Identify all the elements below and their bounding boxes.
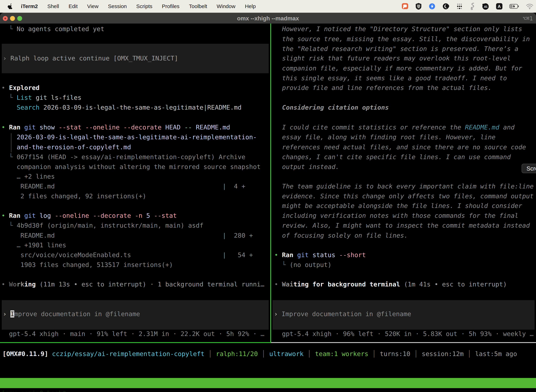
crescent-app-icon[interactable]: [442, 3, 450, 10]
blue-badge-icon[interactable]: [428, 3, 436, 10]
shield-grid-icon[interactable]: [415, 3, 422, 10]
menu-item-toolbelt[interactable]: Toolbelt: [184, 3, 212, 9]
omx-status-bar-line: [OMX#0.11.9] cczip/essay/ai-reimplementa…: [2, 349, 517, 359]
menu-item-scripts[interactable]: Scripts: [132, 3, 157, 9]
menu-status-icons: .61 A: [401, 0, 534, 13]
svg-text:.61: .61: [483, 5, 488, 8]
tmux-session-label: [omx-cczip0:bash*: [1, 388, 66, 392]
battery-icon[interactable]: [509, 4, 519, 9]
hook-utility-icon[interactable]: [469, 2, 475, 10]
keyboard-a-icon[interactable]: A: [496, 3, 503, 10]
menu-item-iterm2[interactable]: iTerm2: [16, 3, 43, 9]
window-title-bar: omx --xhigh --madmax ⌥⌘1: [0, 13, 536, 23]
menu-bar: iTerm2 Shell Edit View Session Scripts P…: [0, 0, 536, 13]
iterm2-window: omx --xhigh --madmax ⌥⌘1 └ No agents com…: [0, 13, 536, 392]
screen-overlay-button[interactable]: Scre: [522, 164, 536, 173]
wifi-icon[interactable]: [526, 3, 534, 9]
window-title: omx --xhigh --madmax: [0, 13, 536, 24]
badge-61-icon[interactable]: .61: [482, 2, 489, 10]
terminal-content: └ No agents completed yet› Ralph loop ac…: [0, 23, 536, 392]
apple-menu-icon[interactable]: [8, 3, 13, 9]
menu-item-help[interactable]: Help: [240, 3, 261, 9]
dots-grid-icon[interactable]: [456, 3, 463, 10]
svg-text:A: A: [498, 4, 501, 9]
menu-item-session[interactable]: Session: [103, 3, 132, 9]
menu-item-edit[interactable]: Edit: [64, 3, 82, 9]
tmux-status-bar: [omx-cczip0:bash* "MacBook-Pro-44.local"…: [0, 378, 536, 388]
chat-app-icon[interactable]: [401, 3, 409, 10]
menu-item-shell[interactable]: Shell: [43, 3, 64, 9]
menu-items: iTerm2 Shell Edit View Session Scripts P…: [16, 3, 260, 9]
menu-item-profiles[interactable]: Profiles: [157, 3, 184, 9]
window-shortcut-badge: ⌥⌘1: [523, 13, 533, 24]
omx-status-bar: [OMX#0.11.9] cczip/essay/ai-reimplementa…: [0, 23, 536, 392]
menu-item-view[interactable]: View: [82, 3, 103, 9]
menu-item-window[interactable]: Window: [212, 3, 240, 9]
